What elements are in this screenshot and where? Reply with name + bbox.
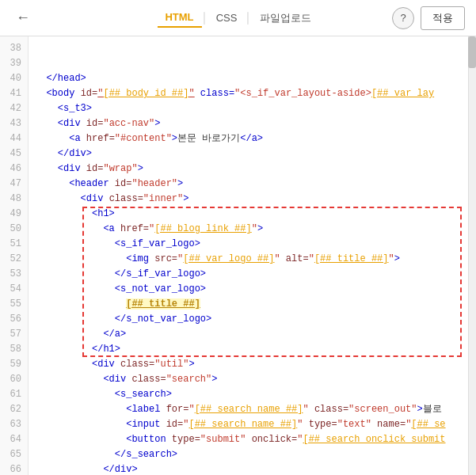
line-num-50: 50 — [0, 222, 28, 237]
back-button[interactable]: ← — [11, 8, 35, 28]
editor-container: 38 39 40 41 42 43 44 45 46 47 48 49 50 5… — [0, 36, 476, 475]
h1-highlight-block: <h1> <a href="[##_blog_link_##]"> <s_if_… — [35, 207, 476, 357]
line-num-48: 48 — [0, 192, 28, 207]
line-num-38: 38 — [0, 41, 28, 56]
code-line-49: <h1> — [35, 207, 476, 222]
tab-upload[interactable]: 파일업로드 — [252, 8, 319, 28]
line-num-64: 64 — [0, 432, 28, 447]
line-num-59: 59 — [0, 357, 28, 372]
code-editor[interactable]: </head> <body id="[##_body_id_##]" class… — [29, 36, 476, 475]
tab-divider-1: │ — [202, 12, 208, 24]
code-line-60: <div class="search"> — [35, 372, 476, 387]
code-line-64: <button type="submit" onclick="[##_searc… — [35, 432, 476, 447]
line-num-56: 56 — [0, 312, 28, 327]
code-line-58: </h1> — [35, 342, 476, 357]
code-line-39 — [35, 56, 476, 71]
code-line-42: <s_t3> — [35, 101, 476, 116]
line-num-60: 60 — [0, 372, 28, 387]
code-line-45: </div> — [35, 146, 476, 162]
toolbar-left: ← — [11, 8, 35, 28]
line-num-49: 49 — [0, 207, 28, 222]
line-num-52: 52 — [0, 252, 28, 267]
code-line-41: <body id="[##_body_id_##]" class="<s_if_… — [35, 86, 476, 101]
code-line-47: <header id="header"> — [35, 177, 476, 192]
code-line-55: [##_title_##] — [35, 297, 476, 312]
line-num-57: 57 — [0, 327, 28, 342]
toolbar-right: ? 적용 — [392, 6, 465, 30]
scrollbar-thumb[interactable] — [468, 36, 476, 68]
code-line-56: </s_not_var_logo> — [35, 312, 476, 327]
line-num-39: 39 — [0, 56, 28, 71]
code-line-44: <a href="#content">본문 바로가기</a> — [35, 131, 476, 146]
code-line-63: <input id="[##_search_name_##]" type="te… — [35, 417, 476, 432]
line-num-40: 40 — [0, 71, 28, 86]
code-line-50: <a href="[##_blog_link_##]"> — [35, 222, 476, 237]
line-num-42: 42 — [0, 101, 28, 116]
code-line-54: <s_not_var_logo> — [35, 282, 476, 297]
code-line-66: </div> — [35, 462, 476, 475]
line-num-53: 53 — [0, 267, 28, 282]
code-line-51: <s_if_var_logo> — [35, 237, 476, 252]
code-line-48: <div class="inner"> — [35, 192, 476, 207]
code-line-46: <div id="wrap"> — [35, 162, 476, 177]
line-num-66: 66 — [0, 462, 28, 475]
line-num-62: 62 — [0, 402, 28, 417]
app-container: ← HTML │ CSS │ 파일업로드 ? 적용 38 39 40 41 42… — [0, 0, 476, 475]
tab-divider-2: │ — [245, 12, 251, 24]
line-num-65: 65 — [0, 447, 28, 462]
line-num-61: 61 — [0, 387, 28, 402]
line-num-43: 43 — [0, 116, 28, 131]
line-num-63: 63 — [0, 417, 28, 432]
line-num-54: 54 — [0, 282, 28, 297]
toolbar: ← HTML │ CSS │ 파일업로드 ? 적용 — [0, 0, 476, 36]
code-line-57: </a> — [35, 327, 476, 342]
help-button[interactable]: ? — [392, 7, 414, 29]
scrollbar-track[interactable] — [468, 36, 476, 475]
line-num-41: 41 — [0, 86, 28, 101]
code-line-62: <label for="[##_search_name_##]" class="… — [35, 402, 476, 417]
line-num-55: 55 — [0, 297, 28, 312]
toolbar-tabs: HTML │ CSS │ 파일업로드 — [157, 8, 318, 28]
tab-css[interactable]: CSS — [208, 9, 246, 27]
tab-html[interactable]: HTML — [157, 8, 201, 28]
apply-button[interactable]: 적용 — [421, 6, 465, 30]
code-line-38 — [35, 41, 476, 56]
line-num-58: 58 — [0, 342, 28, 357]
code-line-40: </head> — [35, 71, 476, 86]
line-num-51: 51 — [0, 237, 28, 252]
line-numbers: 38 39 40 41 42 43 44 45 46 47 48 49 50 5… — [0, 36, 29, 475]
code-line-65: </s_search> — [35, 447, 476, 462]
code-line-59: <div class="util"> — [35, 357, 476, 372]
line-num-45: 45 — [0, 146, 28, 162]
code-line-52: <img src="[##_var_logo_##]" alt="[##_tit… — [35, 252, 476, 267]
line-num-47: 47 — [0, 177, 28, 192]
code-line-43: <div id="acc-nav"> — [35, 116, 476, 131]
line-num-46: 46 — [0, 162, 28, 177]
code-line-61: <s_search> — [35, 387, 476, 402]
line-num-44: 44 — [0, 131, 28, 146]
code-line-53: </s_if_var_logo> — [35, 267, 476, 282]
